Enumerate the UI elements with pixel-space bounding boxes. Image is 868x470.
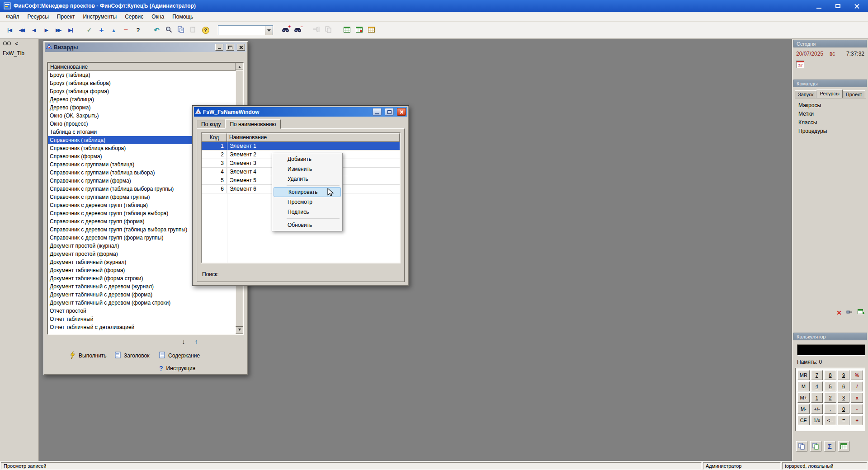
export-list-button[interactable] <box>353 24 365 36</box>
tab-resources[interactable]: Ресурсы <box>816 89 842 98</box>
tab-project[interactable]: Проект <box>843 90 865 98</box>
calc-key-2[interactable]: 2 <box>824 393 836 403</box>
calc-key-8[interactable]: 8 <box>824 370 836 380</box>
scroll-down-button[interactable] <box>236 327 243 334</box>
context-menu-item-add[interactable]: Добавить <box>273 154 341 164</box>
close-button[interactable] <box>847 1 866 11</box>
combobox-dropdown-button[interactable] <box>265 26 273 35</box>
calc-key-inverse[interactable]: 1/x <box>811 415 823 425</box>
calc-key-4[interactable]: 4 <box>811 381 823 391</box>
move-up-button[interactable]: ↑ <box>192 338 201 346</box>
commands-item-labels[interactable]: Метки <box>795 110 865 118</box>
wizards-close-button[interactable] <box>237 44 245 51</box>
wizards-minimize-button[interactable] <box>215 44 223 51</box>
calc-key-backspace[interactable]: <-- <box>824 415 836 425</box>
calc-key-percent[interactable]: % <box>851 370 863 380</box>
wizard-list-item[interactable]: Дерево (таблица) <box>48 95 236 103</box>
calendar-icon[interactable]: 12 <box>796 61 804 68</box>
calc-key-m[interactable]: M <box>797 381 810 391</box>
context-menu-item-refresh[interactable]: Обновить <box>273 220 341 230</box>
commands-item-classes[interactable]: Классы <box>795 118 865 127</box>
copy-button[interactable] <box>175 24 187 36</box>
menu-service[interactable]: Сервис <box>121 12 147 22</box>
wizard-list-item[interactable]: Документ табличный с деревом (форма) <box>48 291 236 299</box>
dock-item-label[interactable]: FsW_Tlb <box>0 49 38 58</box>
scroll-up-button[interactable] <box>236 63 243 70</box>
calc-key-0[interactable]: 0 <box>838 404 850 414</box>
wizards-maximize-button[interactable] <box>226 44 234 51</box>
fast-next-button[interactable]: ▶▶ <box>52 24 65 36</box>
wizard-list-item[interactable]: Броуз (таблица) <box>48 71 236 79</box>
header-button[interactable]: Заголовок <box>115 351 149 360</box>
run-button[interactable]: Выполнить <box>70 351 107 360</box>
prev-record-button[interactable]: ◀ <box>28 24 40 36</box>
tab-by-code[interactable]: По коду <box>197 120 225 128</box>
last-record-button[interactable]: ▶| <box>65 24 77 36</box>
next-record-button[interactable]: ▶ <box>40 24 52 36</box>
content-button[interactable]: Содержание <box>159 351 200 360</box>
menu-help[interactable]: Помощь <box>168 12 197 22</box>
spreadsheet-button[interactable] <box>838 441 849 451</box>
find-next-button[interactable]: + <box>279 24 292 36</box>
minimize-button[interactable] <box>809 1 828 11</box>
accept-button[interactable]: ✓ <box>83 24 95 36</box>
sum-button[interactable]: Σ <box>824 441 835 451</box>
paste-value-button[interactable] <box>810 441 821 451</box>
calculator-section-header[interactable]: Калькулятор <box>793 333 867 340</box>
calc-key-minus[interactable]: - <box>851 404 863 414</box>
wizard-list-item[interactable]: Броуз (таблица выбора) <box>48 79 236 87</box>
help-button[interactable]: ? <box>199 24 212 36</box>
menu-tools[interactable]: Инструменты <box>79 12 121 22</box>
menu-file[interactable]: Файл <box>2 12 24 22</box>
calc-key-divide[interactable]: / <box>851 381 863 391</box>
copy-result-button[interactable] <box>796 441 807 451</box>
pin-button[interactable] <box>846 309 853 316</box>
calc-key-sign[interactable]: +/- <box>811 404 823 414</box>
wizard-list-item[interactable]: Броуз (таблица форма) <box>48 87 236 95</box>
menu-project[interactable]: Проект <box>53 12 79 22</box>
calc-key-mr[interactable]: MR <box>797 370 810 380</box>
context-menu-item-view[interactable]: Просмотр <box>273 197 341 207</box>
column-header-code[interactable]: Код <box>202 133 227 142</box>
wizard-list-item[interactable]: Отчет табличный с детализацией <box>48 323 236 331</box>
export-table-button[interactable] <box>341 24 353 36</box>
calc-key-plus[interactable]: + <box>851 415 863 425</box>
calc-key-dot[interactable]: . <box>824 404 836 414</box>
context-menu-item-delete[interactable]: Удалить <box>273 174 341 184</box>
menu-resources[interactable]: Ресурсы <box>24 12 53 22</box>
zoom-button[interactable] <box>163 24 175 36</box>
table-row-selected[interactable]: 1 Элемент 1 <box>202 142 400 150</box>
export-form-button[interactable] <box>365 24 377 36</box>
search-input[interactable] <box>218 26 265 35</box>
calc-key-9[interactable]: 9 <box>838 370 850 380</box>
find-prev-button[interactable]: − <box>292 24 304 36</box>
fast-prev-button[interactable]: ◀◀ <box>16 24 28 36</box>
name-window-close-button[interactable] <box>397 108 406 116</box>
commands-item-procedures[interactable]: Процедуры <box>795 127 865 136</box>
tab-by-name[interactable]: По наименованию <box>225 119 280 129</box>
add-table-button[interactable] <box>858 309 864 316</box>
calc-key-3[interactable]: 3 <box>838 393 850 403</box>
change-button[interactable]: ▲ <box>108 24 120 36</box>
wizard-list-item[interactable]: Отчет простой <box>48 307 236 315</box>
name-window-titlebar[interactable]: FsW_FsNameWindow <box>194 107 407 117</box>
glasses-icon[interactable] <box>3 41 12 47</box>
menu-windows[interactable]: Окна <box>147 12 168 22</box>
first-record-button[interactable]: |◀ <box>4 24 16 36</box>
copy-record-button[interactable] <box>322 24 335 36</box>
context-menu-item-edit[interactable]: Изменить <box>273 164 341 174</box>
name-window-maximize-button[interactable] <box>385 108 394 116</box>
calc-key-6[interactable]: 6 <box>838 381 850 391</box>
calc-key-7[interactable]: 7 <box>811 370 823 380</box>
wizard-list-item[interactable]: Отчет табличный <box>48 315 236 323</box>
commands-section-header[interactable]: Команды <box>793 80 867 87</box>
calc-key-multiply[interactable]: x <box>851 393 863 403</box>
query-button[interactable]: ? <box>132 24 144 36</box>
dock-collapse-button[interactable]: < <box>15 41 18 47</box>
calc-key-mminus[interactable]: M- <box>797 404 810 414</box>
delete-command-button[interactable]: ✕ <box>836 310 842 316</box>
list-column-header[interactable]: Наименование <box>48 63 236 71</box>
today-section-header[interactable]: Сегодня <box>793 40 867 47</box>
move-down-button[interactable]: ↓ <box>179 338 188 346</box>
column-header-name[interactable]: Наименование <box>227 133 400 142</box>
